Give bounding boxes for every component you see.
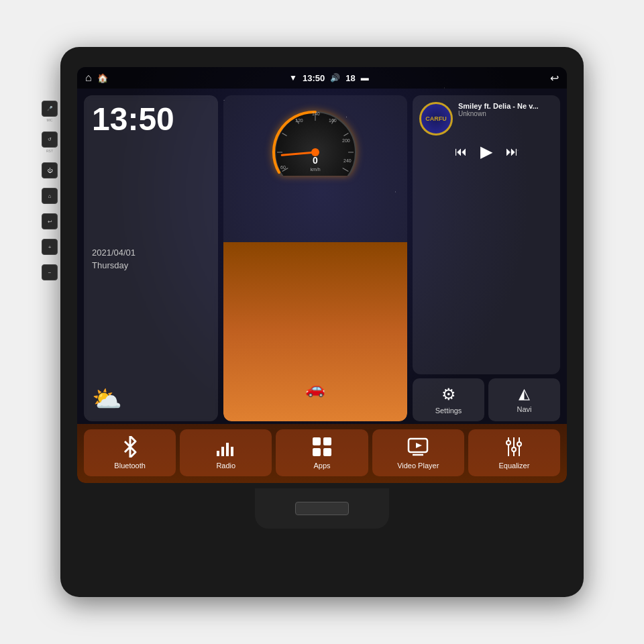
vol-up-button[interactable]: + xyxy=(42,239,58,255)
equalizer-icon xyxy=(503,436,525,458)
bottom-mount xyxy=(255,488,389,529)
clock-day: Thursday xyxy=(92,260,210,270)
settings-button[interactable]: ⚙ Settings xyxy=(413,378,484,421)
play-button[interactable]: ▶ xyxy=(480,142,492,161)
bottom-menu: Bluetooth Radio xyxy=(77,424,567,483)
bluetooth-button[interactable]: Bluetooth xyxy=(84,429,176,476)
settings-label: Settings xyxy=(435,407,462,415)
apps-icon xyxy=(311,436,333,458)
svg-point-34 xyxy=(512,447,516,451)
bluetooth-icon xyxy=(119,436,141,458)
navi-button[interactable]: ◭ Navi xyxy=(488,378,560,421)
equalizer-label: Equalizer xyxy=(498,462,529,470)
speedometer-widget: 60 120 140 160 200 240 0 km/h xyxy=(223,95,407,421)
music-title: Smiley ft. Delia - Ne v... xyxy=(458,102,553,110)
apps-label: Apps xyxy=(313,462,330,470)
svg-text:60: 60 xyxy=(280,165,286,170)
mic-label: MIC xyxy=(46,118,52,122)
settings-icon: ⚙ xyxy=(441,385,456,404)
car-icon: 🚗 xyxy=(288,379,342,398)
clock-time: 13:50 xyxy=(92,103,210,136)
status-time: 13:50 xyxy=(303,73,325,83)
radio-icon xyxy=(215,436,237,458)
svg-text:km/h: km/h xyxy=(310,167,320,172)
svg-point-37 xyxy=(517,442,521,446)
volume-icon: 🔊 xyxy=(330,73,340,83)
video-icon xyxy=(407,436,429,458)
side-buttons: 🎤 MIC ↺ RST ⏻ ⌂ ↩ + − xyxy=(42,101,58,280)
apps-icon[interactable]: 🏠 xyxy=(97,73,108,83)
navi-label: Navi xyxy=(517,405,531,413)
radio-label: Radio xyxy=(216,462,235,470)
wifi-icon: ▼ xyxy=(289,73,297,83)
svg-rect-27 xyxy=(323,448,331,456)
svg-text:240: 240 xyxy=(343,158,352,163)
svg-rect-21 xyxy=(221,447,224,456)
clock-widget: 13:50 2021/04/01 Thursday ⛅ xyxy=(84,95,218,421)
prev-button[interactable]: ⏮ xyxy=(455,145,467,159)
mic-button[interactable]: 🎤 xyxy=(42,101,58,117)
vol-down-button[interactable]: − xyxy=(42,264,58,280)
back-nav-icon[interactable]: ↩ xyxy=(550,72,559,85)
svg-rect-23 xyxy=(231,447,233,456)
svg-rect-20 xyxy=(217,451,219,456)
svg-rect-24 xyxy=(313,437,321,445)
svg-rect-22 xyxy=(226,443,229,456)
power-button[interactable]: ⏻ xyxy=(42,162,58,178)
svg-text:140: 140 xyxy=(312,111,320,116)
back-button[interactable]: ↩ xyxy=(42,213,58,229)
svg-rect-26 xyxy=(313,448,321,456)
navi-icon: ◭ xyxy=(519,385,530,402)
svg-text:120: 120 xyxy=(295,118,303,123)
svg-point-31 xyxy=(506,441,511,445)
speedometer-svg: 60 120 140 160 200 240 0 km/h xyxy=(262,102,369,176)
svg-text:0: 0 xyxy=(313,155,318,166)
rst-button[interactable]: ↺ xyxy=(42,131,58,148)
svg-rect-25 xyxy=(323,437,331,445)
weather-icon: ⛅ xyxy=(92,385,210,413)
home-icon[interactable]: ⌂ xyxy=(85,72,92,84)
right-column: CARFU Smiley ft. Delia - Ne v... Unknown… xyxy=(413,95,560,421)
music-logo: CARFU xyxy=(419,102,453,136)
svg-marker-29 xyxy=(416,443,422,448)
music-artist: Unknown xyxy=(458,110,553,117)
rst-label: RST xyxy=(46,149,53,153)
video-player-button[interactable]: Video Player xyxy=(372,429,464,476)
svg-text:160: 160 xyxy=(329,118,337,123)
video-player-label: Video Player xyxy=(397,462,439,470)
battery-icon: ▬ xyxy=(361,73,369,83)
next-button[interactable]: ⏭ xyxy=(506,145,518,159)
radio-button[interactable]: Radio xyxy=(180,429,272,476)
equalizer-button[interactable]: Equalizer xyxy=(468,429,560,476)
main-screen: ⌂ 🏠 ▼ 13:50 🔊 18 ▬ ↩ xyxy=(77,67,567,483)
svg-text:200: 200 xyxy=(342,138,350,143)
home-button[interactable]: ⌂ xyxy=(42,188,58,204)
volume-level: 18 xyxy=(345,73,355,83)
apps-button[interactable]: Apps xyxy=(276,429,368,476)
bluetooth-label: Bluetooth xyxy=(114,462,145,470)
status-bar: ⌂ 🏠 ▼ 13:50 🔊 18 ▬ ↩ xyxy=(77,67,567,89)
clock-date: 2021/04/01 xyxy=(92,248,210,258)
music-widget: CARFU Smiley ft. Delia - Ne v... Unknown… xyxy=(413,95,560,374)
mount-slot xyxy=(295,502,349,515)
car-unit: 🎤 MIC ↺ RST ⏻ ⌂ ↩ + − ⌂ 🏠 ▼ 13:50 xyxy=(60,47,584,597)
